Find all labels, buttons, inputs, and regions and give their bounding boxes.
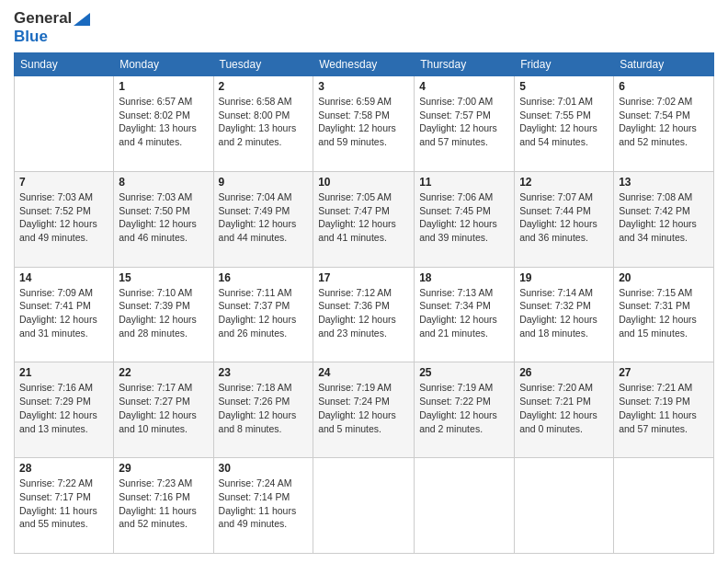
cell-info: Sunrise: 6:59 AMSunset: 7:58 PMDaylight:… xyxy=(318,95,409,149)
calendar-cell: 14Sunrise: 7:09 AMSunset: 7:41 PMDayligh… xyxy=(15,267,114,362)
cell-info: Sunrise: 7:14 AMSunset: 7:32 PMDaylight:… xyxy=(519,286,609,340)
calendar-cell: 26Sunrise: 7:20 AMSunset: 7:21 PMDayligh… xyxy=(515,362,614,458)
calendar-cell xyxy=(614,458,714,554)
day-number: 11 xyxy=(419,176,509,189)
calendar-cell: 12Sunrise: 7:07 AMSunset: 7:44 PMDayligh… xyxy=(515,171,614,267)
weekday-header: Wednesday xyxy=(313,53,415,76)
cell-info: Sunrise: 7:20 AMSunset: 7:21 PMDaylight:… xyxy=(519,381,609,435)
calendar-week-row: 1Sunrise: 6:57 AMSunset: 8:02 PMDaylight… xyxy=(15,76,714,172)
day-number: 9 xyxy=(219,176,309,189)
calendar-cell: 10Sunrise: 7:05 AMSunset: 7:47 PMDayligh… xyxy=(313,171,415,267)
calendar-week-row: 14Sunrise: 7:09 AMSunset: 7:41 PMDayligh… xyxy=(15,267,714,362)
day-number: 1 xyxy=(119,80,208,93)
weekday-header: Tuesday xyxy=(213,53,313,76)
calendar-cell: 8Sunrise: 7:03 AMSunset: 7:50 PMDaylight… xyxy=(114,171,213,267)
day-number: 23 xyxy=(219,366,309,379)
day-number: 22 xyxy=(119,366,208,379)
cell-info: Sunrise: 7:23 AMSunset: 7:16 PMDaylight:… xyxy=(119,477,208,531)
calendar-cell: 13Sunrise: 7:08 AMSunset: 7:42 PMDayligh… xyxy=(614,171,714,267)
calendar-cell xyxy=(15,76,114,172)
calendar-cell: 19Sunrise: 7:14 AMSunset: 7:32 PMDayligh… xyxy=(515,267,614,362)
day-number: 21 xyxy=(19,366,108,379)
weekday-header: Monday xyxy=(114,53,213,76)
day-number: 16 xyxy=(219,271,309,284)
calendar-cell: 20Sunrise: 7:15 AMSunset: 7:31 PMDayligh… xyxy=(614,267,714,362)
day-number: 29 xyxy=(119,462,208,475)
calendar-cell: 24Sunrise: 7:19 AMSunset: 7:24 PMDayligh… xyxy=(313,362,415,458)
cell-info: Sunrise: 7:08 AMSunset: 7:42 PMDaylight:… xyxy=(619,190,709,245)
cell-info: Sunrise: 7:03 AMSunset: 7:50 PMDaylight:… xyxy=(119,190,208,245)
cell-info: Sunrise: 7:22 AMSunset: 7:17 PMDaylight:… xyxy=(19,477,108,531)
cell-info: Sunrise: 7:10 AMSunset: 7:39 PMDaylight:… xyxy=(119,286,208,340)
calendar-cell: 5Sunrise: 7:01 AMSunset: 7:55 PMDaylight… xyxy=(515,76,614,172)
day-number: 12 xyxy=(519,176,609,189)
cell-info: Sunrise: 7:15 AMSunset: 7:31 PMDaylight:… xyxy=(619,286,709,340)
day-number: 10 xyxy=(318,176,409,189)
calendar-cell: 21Sunrise: 7:16 AMSunset: 7:29 PMDayligh… xyxy=(15,362,114,458)
cell-info: Sunrise: 7:12 AMSunset: 7:36 PMDaylight:… xyxy=(318,286,409,340)
cell-info: Sunrise: 7:04 AMSunset: 7:49 PMDaylight:… xyxy=(219,190,309,245)
calendar-cell: 28Sunrise: 7:22 AMSunset: 7:17 PMDayligh… xyxy=(15,458,114,554)
day-number: 27 xyxy=(619,366,709,379)
day-number: 2 xyxy=(219,80,309,93)
day-number: 14 xyxy=(19,271,108,284)
calendar-cell: 18Sunrise: 7:13 AMSunset: 7:34 PMDayligh… xyxy=(415,267,515,362)
calendar-cell: 1Sunrise: 6:57 AMSunset: 8:02 PMDaylight… xyxy=(114,76,213,172)
day-number: 15 xyxy=(119,271,208,284)
day-number: 6 xyxy=(619,80,709,93)
weekday-header: Thursday xyxy=(415,53,515,76)
calendar-cell: 7Sunrise: 7:03 AMSunset: 7:52 PMDaylight… xyxy=(15,171,114,267)
cell-info: Sunrise: 7:03 AMSunset: 7:52 PMDaylight:… xyxy=(19,190,108,245)
logo-text: General Blue xyxy=(14,9,90,45)
cell-info: Sunrise: 7:19 AMSunset: 7:22 PMDaylight:… xyxy=(419,381,509,435)
day-number: 4 xyxy=(419,80,509,93)
page-header: General Blue xyxy=(14,9,714,45)
day-number: 26 xyxy=(519,366,609,379)
cell-info: Sunrise: 7:21 AMSunset: 7:19 PMDaylight:… xyxy=(619,381,709,435)
day-number: 20 xyxy=(619,271,709,284)
calendar-cell: 3Sunrise: 6:59 AMSunset: 7:58 PMDaylight… xyxy=(313,76,415,172)
day-number: 25 xyxy=(419,366,509,379)
day-number: 7 xyxy=(19,176,108,189)
cell-info: Sunrise: 7:06 AMSunset: 7:45 PMDaylight:… xyxy=(419,190,509,245)
day-number: 17 xyxy=(318,271,409,284)
calendar-cell: 17Sunrise: 7:12 AMSunset: 7:36 PMDayligh… xyxy=(313,267,415,362)
cell-info: Sunrise: 7:11 AMSunset: 7:37 PMDaylight:… xyxy=(219,286,309,340)
weekday-header: Sunday xyxy=(15,53,114,76)
day-number: 13 xyxy=(619,176,709,189)
day-number: 24 xyxy=(318,366,409,379)
calendar-cell xyxy=(415,458,515,554)
cell-info: Sunrise: 6:58 AMSunset: 8:00 PMDaylight:… xyxy=(219,95,309,149)
cell-info: Sunrise: 7:13 AMSunset: 7:34 PMDaylight:… xyxy=(419,286,509,340)
calendar-cell: 25Sunrise: 7:19 AMSunset: 7:22 PMDayligh… xyxy=(415,362,515,458)
logo: General Blue xyxy=(14,9,90,45)
cell-info: Sunrise: 7:09 AMSunset: 7:41 PMDaylight:… xyxy=(19,286,108,340)
cell-info: Sunrise: 6:57 AMSunset: 8:02 PMDaylight:… xyxy=(119,95,208,149)
cell-info: Sunrise: 7:02 AMSunset: 7:54 PMDaylight:… xyxy=(619,95,709,149)
calendar-cell: 6Sunrise: 7:02 AMSunset: 7:54 PMDaylight… xyxy=(614,76,714,172)
calendar-cell: 9Sunrise: 7:04 AMSunset: 7:49 PMDaylight… xyxy=(213,171,313,267)
cell-info: Sunrise: 7:16 AMSunset: 7:29 PMDaylight:… xyxy=(19,381,108,435)
calendar-cell: 27Sunrise: 7:21 AMSunset: 7:19 PMDayligh… xyxy=(614,362,714,458)
calendar-cell: 4Sunrise: 7:00 AMSunset: 7:57 PMDaylight… xyxy=(415,76,515,172)
day-number: 19 xyxy=(519,271,609,284)
cell-info: Sunrise: 7:05 AMSunset: 7:47 PMDaylight:… xyxy=(318,190,409,245)
weekday-header: Friday xyxy=(515,53,614,76)
weekday-header: Saturday xyxy=(614,53,714,76)
day-number: 28 xyxy=(19,462,108,475)
calendar-cell: 29Sunrise: 7:23 AMSunset: 7:16 PMDayligh… xyxy=(114,458,213,554)
cell-info: Sunrise: 7:24 AMSunset: 7:14 PMDaylight:… xyxy=(219,477,309,531)
calendar-cell: 30Sunrise: 7:24 AMSunset: 7:14 PMDayligh… xyxy=(213,458,313,554)
calendar-cell xyxy=(313,458,415,554)
cell-info: Sunrise: 7:01 AMSunset: 7:55 PMDaylight:… xyxy=(519,95,609,149)
calendar-table: SundayMondayTuesdayWednesdayThursdayFrid… xyxy=(14,52,714,554)
svg-marker-0 xyxy=(74,13,90,26)
day-number: 5 xyxy=(519,80,609,93)
cell-info: Sunrise: 7:00 AMSunset: 7:57 PMDaylight:… xyxy=(419,95,509,149)
cell-info: Sunrise: 7:19 AMSunset: 7:24 PMDaylight:… xyxy=(318,381,409,435)
calendar-week-row: 28Sunrise: 7:22 AMSunset: 7:17 PMDayligh… xyxy=(15,458,714,554)
calendar-week-row: 7Sunrise: 7:03 AMSunset: 7:52 PMDaylight… xyxy=(15,171,714,267)
day-number: 18 xyxy=(419,271,509,284)
calendar-cell: 22Sunrise: 7:17 AMSunset: 7:27 PMDayligh… xyxy=(114,362,213,458)
calendar-cell: 16Sunrise: 7:11 AMSunset: 7:37 PMDayligh… xyxy=(213,267,313,362)
